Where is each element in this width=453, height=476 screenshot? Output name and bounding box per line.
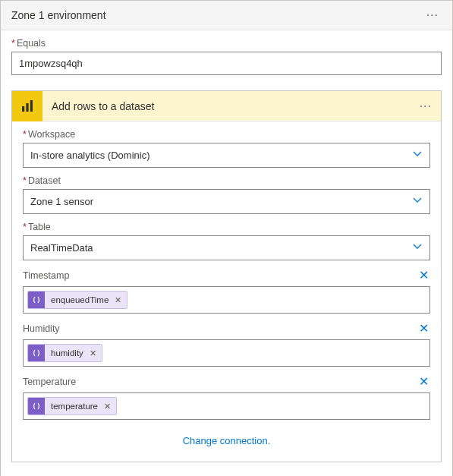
- timestamp-label: Timestamp: [23, 270, 69, 281]
- change-connection-link[interactable]: Change connection.: [183, 435, 271, 446]
- temperature-token: temperature ✕: [27, 397, 117, 415]
- expression-icon: [28, 292, 45, 308]
- chevron-down-icon: [412, 241, 423, 254]
- panel-body: *Equals: [1, 30, 452, 86]
- panel-title: Zone 1 environment: [11, 9, 106, 21]
- humidity-remove-icon[interactable]: ✕: [417, 321, 430, 336]
- panel-more-icon[interactable]: ···: [423, 8, 442, 22]
- svg-rect-0: [22, 106, 24, 112]
- table-label: *Table: [23, 222, 430, 232]
- dataset-label: *Dataset: [23, 175, 430, 186]
- timestamp-input[interactable]: enqueuedTime ✕: [23, 286, 430, 314]
- powerbi-icon: [12, 91, 42, 121]
- table-select[interactable]: RealTimeData: [23, 235, 430, 260]
- expression-icon: [28, 345, 45, 361]
- panel-header: Zone 1 environment ···: [1, 1, 452, 30]
- action-header[interactable]: Add rows to a dataset ···: [12, 91, 441, 121]
- token-remove-icon[interactable]: ✕: [90, 348, 102, 358]
- action-title: Add rows to a dataset: [42, 100, 411, 112]
- chevron-down-icon: [412, 149, 423, 162]
- humidity-token: humidity ✕: [27, 344, 102, 362]
- chevron-down-icon: [412, 195, 423, 208]
- table-value: RealTimeData: [30, 242, 93, 254]
- humidity-label: Humidity: [23, 323, 60, 334]
- temperature-label: Temperature: [23, 377, 76, 387]
- token-text: enqueuedTime: [45, 295, 115, 304]
- action-card: Add rows to a dataset ··· *Workspace In-…: [11, 90, 442, 462]
- svg-rect-2: [30, 100, 33, 112]
- token-remove-icon[interactable]: ✕: [115, 295, 127, 305]
- change-connection-row: Change connection.: [23, 427, 430, 457]
- expression-icon: [28, 398, 45, 415]
- action-body: *Workspace In-store analytics (Dominic) …: [12, 121, 441, 462]
- action-more-icon[interactable]: ···: [411, 99, 441, 113]
- token-text: humidity: [45, 348, 90, 358]
- svg-rect-1: [26, 103, 28, 112]
- token-text: temperature: [45, 402, 104, 411]
- timestamp-remove-icon[interactable]: ✕: [417, 268, 430, 283]
- workspace-value: In-store analytics (Dominic): [30, 150, 150, 161]
- equals-input[interactable]: [11, 52, 442, 75]
- temperature-remove-icon[interactable]: ✕: [417, 374, 430, 389]
- timestamp-token: enqueuedTime ✕: [27, 291, 127, 309]
- workspace-select[interactable]: In-store analytics (Dominic): [23, 143, 430, 168]
- dataset-value: Zone 1 sensor: [30, 196, 93, 207]
- temperature-input[interactable]: temperature ✕: [23, 392, 430, 420]
- humidity-input[interactable]: humidity ✕: [23, 339, 430, 367]
- token-remove-icon[interactable]: ✕: [104, 402, 116, 411]
- zone-panel: Zone 1 environment ··· *Equals Add rows …: [0, 0, 453, 476]
- workspace-label: *Workspace: [23, 129, 430, 140]
- add-action-button[interactable]: Add an action: [1, 470, 452, 476]
- dataset-select[interactable]: Zone 1 sensor: [23, 189, 430, 214]
- equals-label: *Equals: [11, 38, 442, 49]
